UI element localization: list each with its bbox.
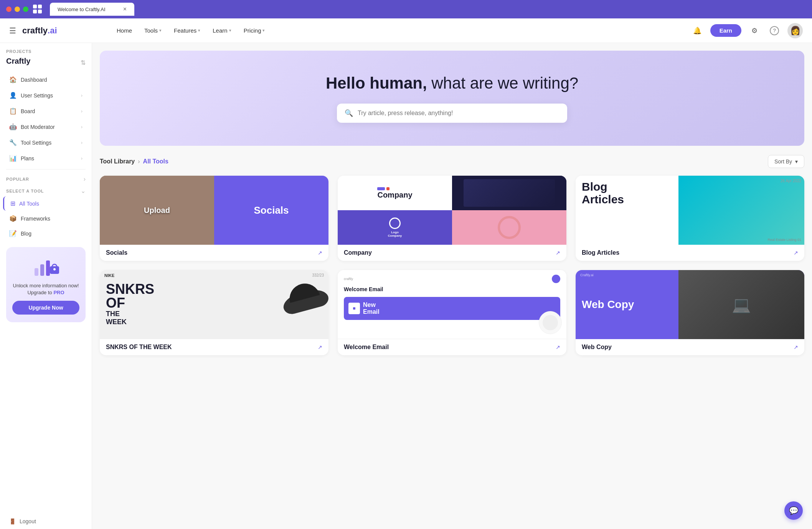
card-blog-articles[interactable]: BlogArticles 26 Apr 2022 Real Estate Lis… (576, 176, 804, 261)
sidebar-projects-section: PROJECTS (0, 43, 92, 57)
help-icon: ? (770, 26, 779, 35)
user-settings-icon: 👤 (9, 92, 17, 99)
hamburger-icon[interactable]: ☰ (9, 26, 16, 35)
board-label: Board (21, 108, 77, 114)
sidebar: PROJECTS Craftly ⇅ 🏠 Dashboard 👤 User Se… (0, 43, 92, 529)
card-company-title: Company (344, 249, 372, 256)
cards-grid: Upload Socials Socials ↗ (100, 176, 804, 355)
company-br (452, 210, 566, 245)
nav-home[interactable]: Home (117, 27, 132, 34)
tool-item-frameworks[interactable]: 📦 Frameworks (3, 211, 89, 226)
sidebar-item-user-settings[interactable]: 👤 User Settings › (3, 88, 89, 103)
popular-section[interactable]: POPULAR › (0, 173, 92, 186)
nav-features[interactable]: Features ▾ (174, 27, 200, 34)
blog-label: Blog (21, 231, 31, 237)
browser-tab-close[interactable]: × (123, 6, 127, 13)
card-welcome-email[interactable]: craftly Welcome Email NewEmail (338, 270, 566, 355)
browser-tab[interactable]: Welcome to Craftly.AI × (50, 3, 134, 16)
nav-learn[interactable]: Learn ▾ (213, 27, 231, 34)
card-socials-arrow: ↗ (318, 250, 322, 256)
hero-title: Hello human, what are we writing? (115, 74, 789, 93)
logout-item[interactable]: 🚪 Logout (0, 514, 92, 529)
logo-craftly: craftly (22, 26, 48, 36)
help-button[interactable]: ? (767, 24, 781, 38)
bot-moderator-label: Bot Moderator (21, 124, 77, 130)
sidebar-item-dashboard[interactable]: 🏠 Dashboard (3, 72, 89, 87)
learn-chevron: ▾ (229, 28, 231, 33)
features-chevron: ▾ (198, 28, 200, 33)
sort-by-chevron: ▾ (795, 158, 798, 165)
nav-pricing[interactable]: Pricing ▾ (244, 27, 265, 34)
card-email-image: craftly Welcome Email NewEmail (338, 270, 566, 339)
dot-red[interactable] (6, 7, 12, 12)
breadcrumb-chevron: › (138, 158, 140, 165)
app: ☰ craftly.ai Home Tools ▾ Features ▾ Lea… (0, 18, 812, 529)
card-email-label: Welcome Email ↗ (338, 339, 566, 355)
search-input[interactable] (358, 110, 559, 117)
frameworks-icon: 📦 (9, 215, 17, 222)
popular-chevron: › (84, 176, 86, 183)
upgrade-text: Unlock more information now! Upgrade to … (12, 282, 79, 296)
browser-grid-icon (33, 5, 42, 14)
breadcrumb-main: Tool Library (100, 158, 135, 165)
nav-tools[interactable]: Tools ▾ (144, 27, 162, 34)
settings-button[interactable]: ⚙ (748, 24, 761, 38)
card-socials-label: Socials ↗ (100, 245, 328, 261)
card-nike-image: NIKE 332/23 SNKRSOF THEWEEK (100, 270, 328, 339)
chat-icon: 💬 (789, 506, 799, 515)
main-content: Hello human, what are we writing? 🔍 Tool… (92, 43, 812, 529)
upgrade-button[interactable]: Upgrade Now (12, 301, 79, 315)
tool-item-all-tools[interactable]: ⊞ All Tools (3, 196, 89, 211)
logo[interactable]: craftly.ai (22, 26, 57, 36)
logout-icon: 🚪 (9, 518, 16, 524)
user-settings-chevron: › (81, 93, 83, 98)
sidebar-item-bot-moderator[interactable]: 🤖 Bot Moderator › (3, 119, 89, 134)
breadcrumb: Tool Library › All Tools (100, 158, 168, 165)
blog-icon: 📝 (9, 230, 17, 237)
svg-rect-1 (40, 264, 44, 276)
user-avatar[interactable]: 👩 (787, 23, 803, 38)
earn-button[interactable]: Earn (710, 24, 741, 37)
notification-button[interactable]: 🔔 (690, 24, 704, 38)
company-tl: Company (338, 176, 452, 210)
card-nike-label: SNKRS OF THE WEEK ↗ (100, 339, 328, 355)
tool-settings-icon: 🔧 (9, 139, 17, 146)
dashboard-icon: 🏠 (9, 76, 17, 83)
company-tr (452, 176, 566, 210)
card-socials-title: Socials (106, 249, 127, 256)
dashboard-label: Dashboard (21, 77, 83, 83)
dot-yellow[interactable] (15, 7, 20, 12)
card-webcopy-label: Web Copy ↗ (576, 339, 804, 355)
select-tool-chevron[interactable]: ⌄ (81, 187, 86, 194)
dot-green[interactable] (23, 7, 28, 12)
card-company-label: Company ↗ (338, 245, 566, 261)
breadcrumb-sub[interactable]: All Tools (143, 158, 168, 165)
topnav: ☰ craftly.ai Home Tools ▾ Features ▾ Lea… (0, 18, 812, 43)
card-nike[interactable]: NIKE 332/23 SNKRSOF THEWEEK (100, 270, 328, 355)
sidebar-item-plans[interactable]: 📊 Plans › (3, 151, 89, 166)
card-blog-label: Blog Articles ↗ (576, 245, 804, 261)
board-icon: 📋 (9, 107, 17, 115)
plans-chevron: › (81, 156, 83, 161)
card-webcopy-arrow: ↗ (794, 344, 798, 350)
popular-label: POPULAR (6, 177, 29, 181)
tool-library-header: Tool Library › All Tools Sort By ▾ (100, 155, 804, 168)
card-company[interactable]: Company LogoComp (338, 176, 566, 261)
board-chevron: › (81, 109, 83, 114)
card-web-copy[interactable]: Craftly.ai batch.1 Web Copy 💻 Web Copy (576, 270, 804, 355)
select-tool-label: SELECT A TOOL (6, 189, 44, 193)
tool-item-blog[interactable]: 📝 Blog (3, 226, 89, 241)
hero-search-box: 🔍 (337, 104, 567, 123)
sort-icon[interactable]: ⇅ (81, 59, 86, 66)
card-socials[interactable]: Upload Socials Socials ↗ (100, 176, 328, 261)
browser-tab-title: Welcome to Craftly.AI (58, 7, 106, 12)
chat-bubble[interactable]: 💬 (784, 501, 803, 520)
sort-by-dropdown[interactable]: Sort By ▾ (768, 155, 804, 168)
card-blog-arrow: ↗ (794, 250, 798, 256)
card-nike-arrow: ↗ (318, 344, 322, 350)
sidebar-item-board[interactable]: 📋 Board › (3, 104, 89, 119)
sidebar-item-tool-settings[interactable]: 🔧 Tool Settings › (3, 135, 89, 150)
card-email-arrow: ↗ (556, 344, 560, 350)
svg-point-5 (53, 268, 56, 270)
tool-settings-chevron: › (81, 140, 83, 145)
